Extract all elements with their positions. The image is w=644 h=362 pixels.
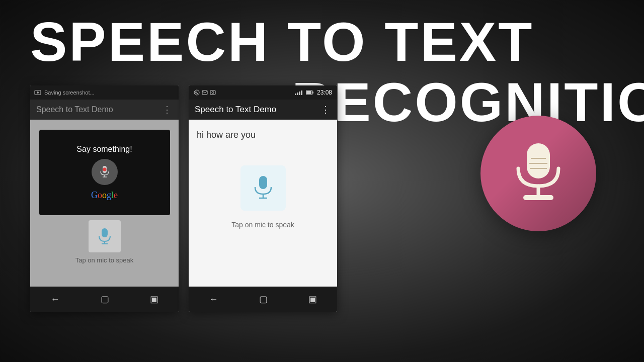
whatsapp-icon: W (194, 89, 200, 96)
phone2-more-icon[interactable]: ⋮ (321, 104, 331, 115)
phone1-back-icon[interactable]: ← (51, 294, 60, 305)
screenshot-icon (34, 89, 41, 96)
phones-container: Saving screenshot... Speech to Text Demo… (30, 85, 337, 312)
phone2-right-status: 23:08 (295, 89, 332, 96)
phone2-nav-bar: ← ▢ ▣ (189, 287, 337, 312)
phone1-body: Say something! Google (30, 120, 179, 287)
svg-rect-15 (297, 93, 298, 95)
phone2-recents-icon[interactable]: ▣ (308, 294, 317, 305)
phone-screen-2: W (189, 85, 337, 312)
phone1-more-icon[interactable]: ⋮ (163, 104, 173, 115)
phone2-transcribed-text: hi how are you (197, 130, 256, 140)
phone2-back-icon[interactable]: ← (209, 294, 218, 305)
phone2-mic-button[interactable] (240, 165, 286, 211)
phone2-body: hi how are you Tap on mic to speak (189, 120, 337, 287)
svg-point-5 (103, 167, 106, 171)
svg-rect-11 (202, 90, 207, 95)
svg-rect-20 (306, 91, 311, 94)
phone1-nav-bar: ← ▢ ▣ (30, 287, 179, 312)
phone1-status-text: Saving screenshot... (44, 89, 95, 96)
phone1-google-brand: Google (91, 190, 118, 201)
svg-rect-26 (523, 195, 553, 200)
signal-icon (295, 90, 303, 95)
big-mic-icon (511, 141, 566, 206)
phone1-home-icon[interactable]: ▢ (101, 294, 109, 305)
phone1-status-bar: Saving screenshot... (30, 85, 179, 100)
svg-rect-17 (301, 90, 302, 95)
svg-rect-14 (295, 94, 296, 95)
phone1-mic-icon-bottom (97, 227, 113, 245)
photo-icon (210, 90, 216, 95)
phone1-tap-text: Tap on mic to speak (75, 256, 134, 264)
title-speech-to-text: SPEECH TO TEXT (30, 14, 534, 69)
phone1-recents-icon[interactable]: ▣ (150, 294, 158, 305)
phone2-mic-icon (252, 175, 274, 201)
phone2-tap-text: Tap on mic to speak (231, 221, 294, 229)
svg-rect-12 (210, 90, 215, 95)
phone1-mic-icon (99, 165, 111, 179)
phone1-action-bar: Speech to Text Demo ⋮ (30, 100, 179, 120)
phone2-status-icons: W (194, 89, 216, 96)
phone1-mic-bottom: Tap on mic to speak (75, 220, 134, 264)
svg-rect-16 (299, 92, 300, 95)
title-recognition: RECOGNITION (292, 74, 644, 130)
phone2-status-bar: W (189, 85, 337, 100)
phone2-action-bar: Speech to Text Demo ⋮ (189, 100, 337, 120)
svg-point-13 (212, 92, 214, 94)
svg-rect-21 (259, 176, 267, 189)
phone1-say-something: Say something! (76, 145, 132, 154)
phone2-app-title: Speech to Text Demo (195, 105, 276, 115)
phone1-mic-listening[interactable] (92, 159, 118, 185)
big-mic-circle (480, 116, 596, 231)
phone1-app-title: Speech to Text Demo (36, 105, 113, 114)
battery-icon (306, 90, 314, 95)
svg-rect-19 (312, 92, 313, 94)
svg-rect-6 (102, 228, 108, 237)
phone1-mic-button[interactable] (89, 220, 121, 252)
phone1-google-dialog: Say something! Google (39, 130, 170, 215)
svg-point-1 (37, 92, 39, 94)
mail-icon (202, 90, 208, 95)
phone-screen-1: Saving screenshot... Speech to Text Demo… (30, 85, 179, 312)
phone2-time: 23:08 (317, 89, 332, 96)
svg-text:W: W (195, 91, 199, 95)
svg-rect-24 (527, 143, 550, 178)
phone2-home-icon[interactable]: ▢ (259, 294, 268, 305)
